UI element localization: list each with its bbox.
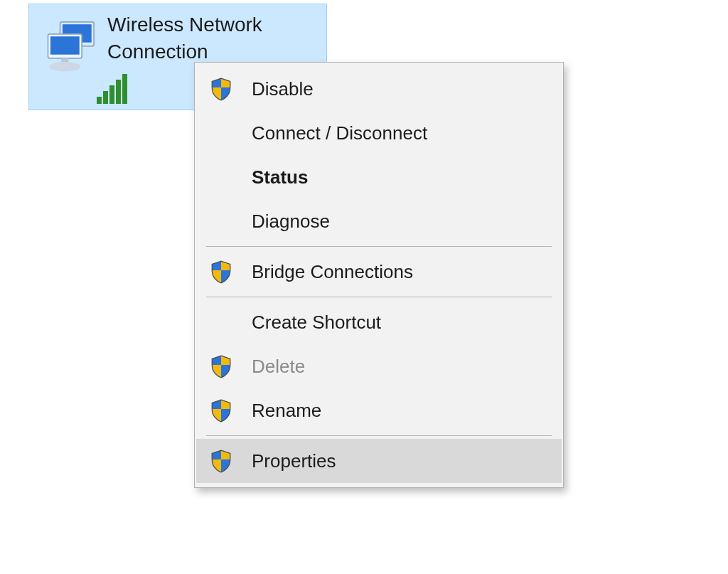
menu-item-status[interactable]: Status <box>196 155 562 199</box>
menu-item-properties[interactable]: Properties <box>196 439 562 483</box>
menu-item-connect-disconnect[interactable]: Connect / Disconnect <box>196 111 562 155</box>
network-adapter-icon <box>42 17 102 78</box>
menu-item-label: Disable <box>252 78 314 100</box>
menu-item-bridge-connections[interactable]: Bridge Connections <box>196 250 562 294</box>
menu-item-diagnose[interactable]: Diagnose <box>196 199 562 243</box>
menu-item-delete: Delete <box>196 344 562 388</box>
uac-shield-icon <box>209 260 252 284</box>
uac-shield-icon <box>209 398 252 422</box>
uac-shield-icon <box>209 354 252 378</box>
menu-item-label: Diagnose <box>252 211 330 233</box>
menu-item-label: Bridge Connections <box>252 261 413 283</box>
menu-item-create-shortcut[interactable]: Create Shortcut <box>196 300 562 344</box>
svg-point-5 <box>49 62 80 72</box>
network-adapter-name: Wireless Network Connection <box>107 11 262 65</box>
menu-item-label: Properties <box>252 450 336 472</box>
menu-item-label: Delete <box>252 356 305 378</box>
uac-shield-icon <box>209 77 252 101</box>
menu-item-label: Status <box>252 166 308 188</box>
menu-item-label: Create Shortcut <box>252 312 381 334</box>
menu-separator <box>206 246 552 247</box>
svg-rect-3 <box>50 36 80 54</box>
menu-separator <box>206 435 552 436</box>
menu-item-label: Connect / Disconnect <box>252 122 427 144</box>
menu-separator <box>206 297 552 297</box>
uac-shield-icon <box>209 449 252 473</box>
context-menu: Disable Connect / Disconnect Status Diag… <box>194 62 564 488</box>
menu-item-rename[interactable]: Rename <box>196 388 562 432</box>
menu-item-label: Rename <box>252 400 321 422</box>
menu-item-disable[interactable]: Disable <box>196 67 562 111</box>
wifi-signal-icon <box>97 74 127 104</box>
